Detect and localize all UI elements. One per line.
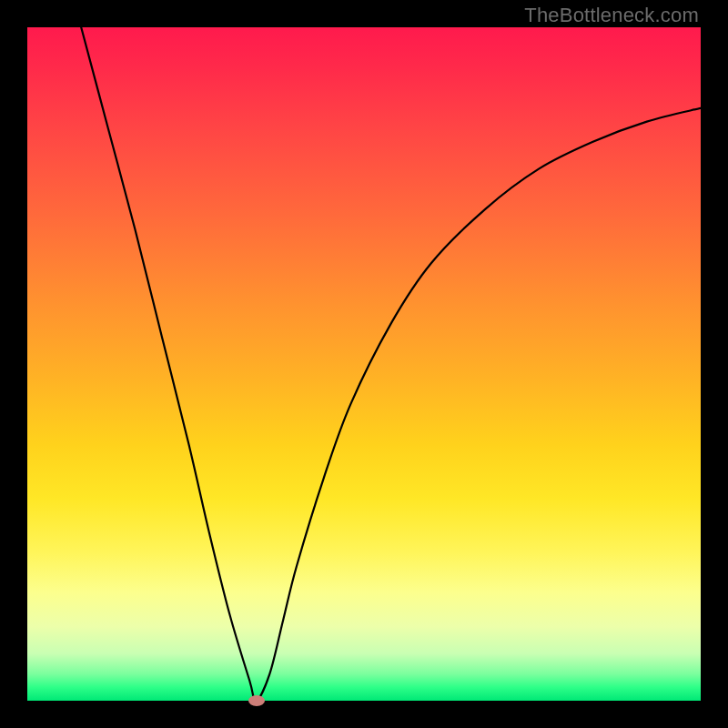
bottleneck-curve bbox=[27, 27, 701, 701]
plot-area bbox=[27, 27, 701, 701]
watermark-text: TheBottleneck.com bbox=[524, 4, 699, 27]
optimum-marker bbox=[248, 695, 265, 706]
chart-frame: TheBottleneck.com bbox=[0, 0, 728, 728]
